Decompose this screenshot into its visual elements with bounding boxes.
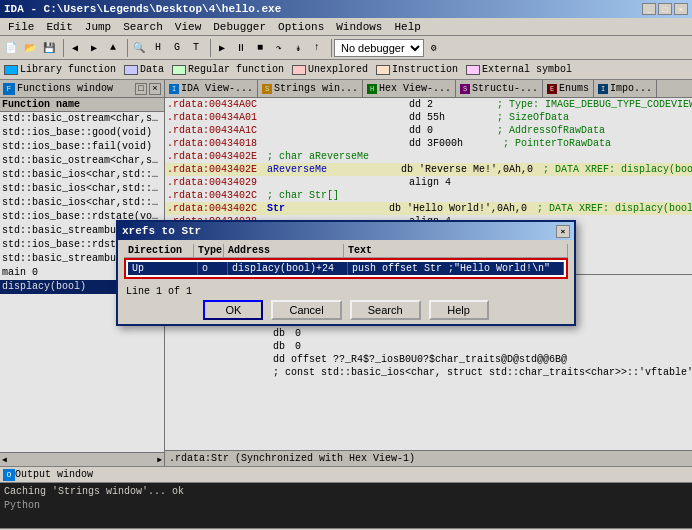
menu-help[interactable]: Help bbox=[388, 20, 426, 34]
menu-windows[interactable]: Windows bbox=[330, 20, 388, 34]
row-type: o bbox=[198, 262, 228, 275]
menu-edit[interactable]: Edit bbox=[40, 20, 78, 34]
col-address: Address bbox=[224, 244, 344, 257]
dialog-data-section: Up o displacy(bool)+24 push offset Str ;… bbox=[124, 258, 568, 279]
legend-library: Library function bbox=[4, 64, 116, 75]
toolbar-stop[interactable]: ■ bbox=[251, 38, 269, 58]
dialog-content: Direction Type Address Text Up o displac… bbox=[118, 240, 574, 324]
toolbar-forward[interactable]: ▶ bbox=[85, 38, 103, 58]
window-controls[interactable]: _ □ × bbox=[642, 3, 688, 15]
menu-options[interactable]: Options bbox=[272, 20, 330, 34]
output-line-1: Python bbox=[4, 499, 688, 513]
output-area: O Output window Caching 'Strings window'… bbox=[0, 466, 692, 528]
col-text: Text bbox=[344, 244, 568, 257]
app-title: IDA - C:\Users\Legends\Desktop\4\hello.e… bbox=[4, 3, 281, 15]
toolbar-step-over[interactable]: ↷ bbox=[270, 38, 288, 58]
toolbar-settings[interactable]: ⚙ bbox=[425, 38, 443, 58]
dialog-overlay: xrefs to Str × Direction Type Address Te… bbox=[0, 80, 692, 466]
output-text-0: Caching 'Strings window'... ok bbox=[4, 486, 184, 497]
row-address: displacy(bool)+24 bbox=[228, 262, 348, 275]
maximize-button[interactable]: □ bbox=[658, 3, 672, 15]
dialog-help-button[interactable]: Help bbox=[429, 300, 489, 320]
dialog-buttons: OK Cancel Search Help bbox=[124, 300, 568, 320]
main-area: F Functions window □ × Function name std… bbox=[0, 80, 692, 466]
output-titlebar: O Output window bbox=[0, 467, 692, 483]
legend-instruction: Instruction bbox=[376, 64, 458, 75]
col-direction: Direction bbox=[124, 244, 194, 257]
menu-file[interactable]: File bbox=[2, 20, 40, 34]
debugger-select[interactable]: No debugger bbox=[334, 39, 424, 57]
legend-regular-label: Regular function bbox=[188, 64, 284, 75]
toolbar-sep-1 bbox=[60, 39, 64, 57]
legend-external-color bbox=[466, 65, 480, 75]
legend-bar: Library function Data Regular function U… bbox=[0, 60, 692, 80]
dialog-ok-button[interactable]: OK bbox=[203, 300, 263, 320]
col-type: Type bbox=[194, 244, 224, 257]
toolbar-pause[interactable]: ⏸ bbox=[232, 38, 250, 58]
minimize-button[interactable]: _ bbox=[642, 3, 656, 15]
legend-unexplored-color bbox=[292, 65, 306, 75]
output-title: Output window bbox=[15, 469, 93, 480]
legend-library-label: Library function bbox=[20, 64, 116, 75]
toolbar-text[interactable]: T bbox=[187, 38, 205, 58]
xrefs-dialog: xrefs to Str × Direction Type Address Te… bbox=[116, 220, 576, 326]
toolbar-graph[interactable]: G bbox=[168, 38, 186, 58]
toolbar-run[interactable]: ▶ bbox=[213, 38, 231, 58]
menu-debugger[interactable]: Debugger bbox=[207, 20, 272, 34]
dialog-close-button[interactable]: × bbox=[556, 225, 570, 238]
legend-external-label: External symbol bbox=[482, 64, 572, 75]
legend-data-color bbox=[124, 65, 138, 75]
output-prompt: Python bbox=[4, 500, 40, 511]
toolbar-up[interactable]: ▲ bbox=[104, 38, 122, 58]
toolbar-back[interactable]: ◀ bbox=[66, 38, 84, 58]
toolbar-search[interactable]: 🔍 bbox=[130, 38, 148, 58]
toolbar: 📄 📂 💾 ◀ ▶ ▲ 🔍 H G T ▶ ⏸ ■ ↷ ↡ ↑ No debug… bbox=[0, 36, 692, 60]
title-bar: IDA - C:\Users\Legends\Desktop\4\hello.e… bbox=[0, 0, 692, 18]
dialog-status: Line 1 of 1 bbox=[124, 285, 568, 298]
dialog-cancel-button[interactable]: Cancel bbox=[271, 300, 341, 320]
toolbar-sep-4 bbox=[328, 39, 332, 57]
menu-search[interactable]: Search bbox=[117, 20, 169, 34]
toolbar-open[interactable]: 📂 bbox=[21, 38, 39, 58]
dialog-col-headers: Direction Type Address Text bbox=[124, 244, 568, 258]
legend-regular-color bbox=[172, 65, 186, 75]
toolbar-step-out[interactable]: ↑ bbox=[308, 38, 326, 58]
output-icon: O bbox=[3, 469, 15, 481]
legend-unexplored: Unexplored bbox=[292, 64, 368, 75]
toolbar-hex[interactable]: H bbox=[149, 38, 167, 58]
legend-data-label: Data bbox=[140, 64, 164, 75]
toolbar-sep-3 bbox=[207, 39, 211, 57]
toolbar-new[interactable]: 📄 bbox=[2, 38, 20, 58]
legend-regular: Regular function bbox=[172, 64, 284, 75]
toolbar-sep-2 bbox=[124, 39, 128, 57]
close-button[interactable]: × bbox=[674, 3, 688, 15]
legend-unexplored-label: Unexplored bbox=[308, 64, 368, 75]
menu-bar: File Edit Jump Search View Debugger Opti… bbox=[0, 18, 692, 36]
dialog-titlebar: xrefs to Str × bbox=[118, 222, 574, 240]
dialog-selected-row[interactable]: Up o displacy(bool)+24 push offset Str ;… bbox=[128, 262, 564, 275]
legend-library-color bbox=[4, 65, 18, 75]
legend-external: External symbol bbox=[466, 64, 572, 75]
toolbar-step-into[interactable]: ↡ bbox=[289, 38, 307, 58]
legend-instruction-label: Instruction bbox=[392, 64, 458, 75]
menu-jump[interactable]: Jump bbox=[79, 20, 117, 34]
legend-instruction-color bbox=[376, 65, 390, 75]
row-text: push offset Str ;"Hello World!\n" bbox=[348, 262, 564, 275]
toolbar-save[interactable]: 💾 bbox=[40, 38, 58, 58]
dialog-search-button[interactable]: Search bbox=[350, 300, 421, 320]
row-direction: Up bbox=[128, 262, 198, 275]
output-line-0: Caching 'Strings window'... ok bbox=[4, 485, 688, 499]
output-content[interactable]: Caching 'Strings window'... ok Python bbox=[0, 483, 692, 528]
legend-data: Data bbox=[124, 64, 164, 75]
menu-view[interactable]: View bbox=[169, 20, 207, 34]
right-area: I IDA View-... S Strings win... H Hex Vi… bbox=[165, 80, 692, 466]
dialog-title: xrefs to Str bbox=[122, 225, 201, 237]
